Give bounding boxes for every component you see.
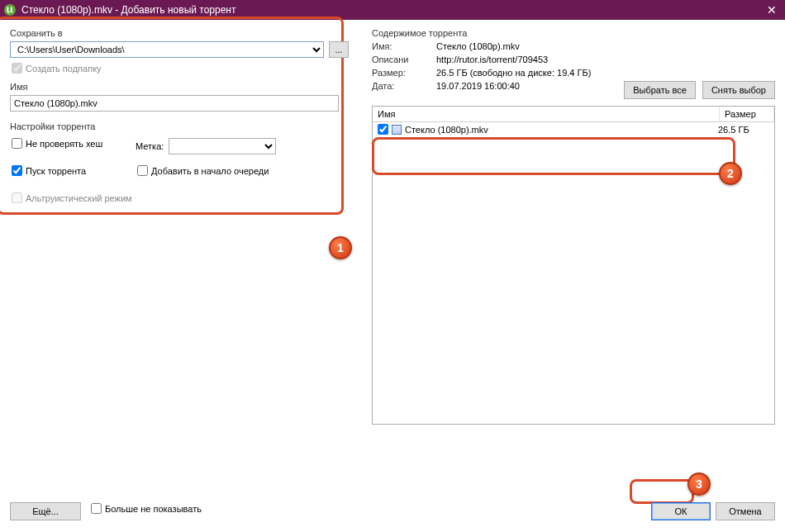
window-title: Стекло (1080p).mkv - Добавить новый торр… xyxy=(21,4,762,16)
utorrent-icon xyxy=(3,3,17,17)
add-to-top-checkbox[interactable] xyxy=(137,165,148,176)
video-file-icon xyxy=(392,125,402,135)
close-icon[interactable]: ✕ xyxy=(762,3,782,17)
meta-size-value: 26.5 ГБ (свободно на диске: 19.4 ГБ) xyxy=(436,68,775,78)
dont-show-label: Больше не показывать xyxy=(105,504,202,514)
torrent-settings-label: Настройки торрента xyxy=(10,121,349,131)
dont-show-row[interactable]: Больше не показывать xyxy=(91,503,202,514)
more-button[interactable]: Ещё... xyxy=(10,502,81,520)
create-subfolder-label: Создать подпапку xyxy=(26,64,102,74)
file-name: Стекло (1080p).mkv xyxy=(405,125,488,135)
col-size[interactable]: Размер xyxy=(720,107,774,121)
browse-button[interactable]: ... xyxy=(329,41,349,58)
skip-hash-label: Не проверять хеш xyxy=(26,139,102,149)
contents-label: Содержимое торрента xyxy=(372,28,775,38)
meta-desc-value: http://rutor.is/torrent/709453 xyxy=(436,55,775,64)
file-row[interactable]: Стекло (1080p).mkv 26.5 ГБ xyxy=(373,122,774,136)
select-all-button[interactable]: Выбрать все xyxy=(624,81,696,99)
file-size: 26.5 ГБ xyxy=(718,125,769,135)
ok-button[interactable]: ОК xyxy=(651,502,711,520)
altruistic-row: Альтруистический режим xyxy=(12,192,349,203)
dont-show-checkbox[interactable] xyxy=(91,503,102,514)
meta-desc-label: Описани xyxy=(372,55,430,64)
create-subfolder-row: Создать подпапку xyxy=(12,63,349,74)
start-torrent-row[interactable]: Пуск торрента xyxy=(12,165,136,176)
meta-size-label: Размер: xyxy=(372,68,430,78)
save-in-label: Сохранить в xyxy=(10,28,349,38)
cancel-button[interactable]: Отмена xyxy=(716,502,775,520)
tag-dropdown[interactable] xyxy=(169,138,276,154)
meta-name-label: Имя: xyxy=(372,41,430,51)
altruistic-checkbox xyxy=(12,192,22,203)
create-subfolder-checkbox xyxy=(12,63,22,74)
meta-name-value: Стекло (1080p).mkv xyxy=(436,41,775,51)
start-torrent-label: Пуск торрента xyxy=(26,166,86,176)
meta-date-label: Дата: xyxy=(372,81,430,99)
skip-hash-row[interactable]: Не проверять хеш xyxy=(12,138,136,149)
file-list: Имя Размер Стекло (1080p).mkv 26.5 ГБ xyxy=(372,106,775,425)
col-name[interactable]: Имя xyxy=(373,107,720,121)
deselect-button[interactable]: Снять выбор xyxy=(702,81,775,99)
name-label: Имя xyxy=(10,82,349,92)
start-torrent-checkbox[interactable] xyxy=(12,165,22,176)
altruistic-label: Альтруистический режим xyxy=(26,193,132,203)
titlebar: Стекло (1080p).mkv - Добавить новый торр… xyxy=(0,0,785,20)
add-to-top-row[interactable]: Добавить в начало очереди xyxy=(137,165,269,176)
meta-date-value: 19.07.2019 16:00:40 xyxy=(436,81,617,99)
skip-hash-checkbox[interactable] xyxy=(12,138,22,149)
file-checkbox[interactable] xyxy=(378,124,388,135)
name-input[interactable] xyxy=(10,95,339,112)
annotation-badge-3: 3 xyxy=(687,473,711,496)
add-to-top-label: Добавить в начало очереди xyxy=(151,166,269,176)
svg-point-0 xyxy=(4,4,16,16)
file-list-header: Имя Размер xyxy=(373,107,774,122)
tag-label: Метка: xyxy=(136,141,164,151)
save-path-dropdown[interactable]: C:\Users\User\Downloads\ xyxy=(10,41,324,58)
